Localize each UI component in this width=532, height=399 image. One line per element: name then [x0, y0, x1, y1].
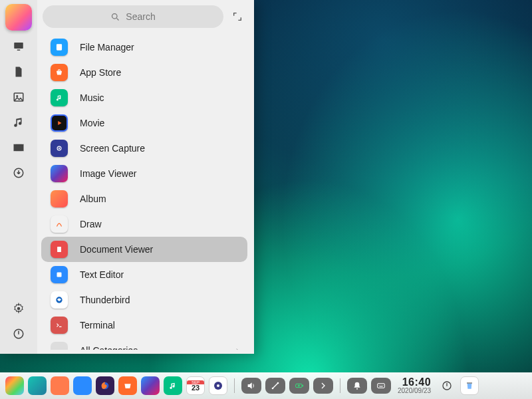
app-label: App Store [80, 67, 121, 78]
app-image-viewer[interactable]: Image Viewer [41, 161, 247, 186]
tray-power[interactable] [438, 376, 456, 395]
search-placeholder: Search [126, 11, 155, 22]
dock-window-manager[interactable] [51, 376, 69, 395]
dock-app-store[interactable] [118, 376, 137, 395]
clock-date: 2020/09/23 [398, 388, 431, 394]
tray-keyboard[interactable] [371, 378, 391, 394]
bag-icon [122, 380, 133, 391]
svg-rect-1 [17, 50, 21, 51]
launcher-window: Search File Manager App Store Music Movi… [0, 0, 254, 354]
keyboard-icon [376, 380, 386, 391]
monitor-icon [13, 41, 25, 53]
app-all-categories[interactable]: All Categories [41, 338, 247, 350]
app-document-viewer[interactable]: Document Viewer [41, 237, 247, 262]
dock-calendar[interactable]: SEP 23 [186, 376, 205, 395]
clock-time: 16:40 [402, 377, 431, 388]
settings-button[interactable] [9, 299, 28, 318]
category-documents[interactable] [9, 63, 28, 81]
svg-rect-6 [23, 144, 24, 152]
image-viewer-icon [51, 165, 68, 182]
tray-battery[interactable] [289, 378, 309, 394]
bell-icon [352, 380, 362, 391]
download-icon [13, 167, 25, 179]
dock-multitask[interactable] [28, 376, 47, 395]
svg-point-14 [59, 148, 60, 149]
svg-rect-4 [15, 144, 23, 152]
terminal-icon [51, 317, 68, 334]
app-thunderbird[interactable]: Thunderbird [41, 287, 247, 313]
calendar-day: 23 [192, 384, 200, 392]
tray-network[interactable] [265, 378, 285, 394]
app-screen-capture[interactable]: Screen Capture [41, 136, 247, 161]
app-label: File Manager [80, 42, 134, 53]
power-button[interactable] [9, 325, 28, 343]
category-video[interactable] [9, 138, 28, 157]
tray-notifications[interactable] [347, 378, 367, 394]
app-label: Text Editor [80, 269, 124, 280]
app-label: Document Viewer [80, 244, 153, 255]
chevron-right-icon [318, 380, 329, 391]
svg-rect-27 [303, 385, 303, 387]
app-music[interactable]: Music [41, 85, 247, 110]
document-icon [13, 66, 25, 78]
app-label: All Categories [80, 345, 138, 350]
expand-icon [232, 11, 243, 22]
movie-icon [51, 114, 68, 132]
dock: SEP 23 16:40 2020/09/23 [0, 372, 532, 399]
app-album[interactable]: Album [41, 186, 247, 211]
dock-launcher[interactable] [5, 376, 24, 395]
app-label: Movie [80, 118, 104, 128]
dock-music[interactable] [164, 376, 182, 395]
svg-point-25 [277, 382, 279, 384]
dock-system-settings[interactable] [209, 376, 227, 395]
svg-marker-12 [58, 121, 61, 125]
svg-rect-29 [378, 384, 385, 388]
power-icon [442, 380, 452, 391]
svg-rect-11 [57, 44, 62, 50]
category-pictures[interactable] [9, 88, 28, 106]
app-draw[interactable]: Draw [41, 211, 247, 237]
app-terminal[interactable]: Terminal [41, 313, 247, 338]
tray-trash[interactable] [460, 376, 479, 395]
dock-firefox[interactable] [96, 376, 114, 395]
app-file-manager[interactable]: File Manager [41, 35, 247, 60]
tray-clock[interactable]: 16:40 2020/09/23 [398, 377, 431, 394]
app-text-editor[interactable]: Text Editor [41, 262, 247, 287]
app-label: Music [80, 92, 104, 103]
svg-rect-0 [14, 43, 23, 49]
svg-rect-16 [57, 273, 62, 277]
document-viewer-icon [51, 241, 68, 258]
dock-separator [340, 378, 340, 393]
svg-point-28 [356, 388, 358, 390]
firefox-icon [100, 380, 110, 391]
search-icon [110, 12, 120, 22]
film-icon [13, 142, 25, 154]
battery-charging-icon [294, 380, 305, 391]
wired-network-icon [270, 380, 281, 391]
fullscreen-button[interactable] [229, 8, 246, 25]
category-downloads[interactable] [9, 164, 28, 182]
app-label: Screen Capture [80, 143, 145, 154]
picture-icon [13, 91, 25, 103]
category-computer[interactable] [9, 37, 28, 56]
app-movie[interactable]: Movie [41, 110, 247, 136]
power-icon [13, 328, 25, 340]
tray-volume[interactable] [241, 378, 261, 394]
music-note-icon [168, 380, 178, 391]
app-label: Draw [80, 219, 102, 229]
tray-overflow[interactable] [313, 378, 333, 394]
dock-image-viewer[interactable] [141, 376, 160, 395]
user-avatar-tile[interactable] [5, 4, 32, 31]
album-icon [51, 190, 68, 207]
dock-apps-grid[interactable] [73, 376, 92, 395]
app-store-icon [51, 64, 68, 81]
chevron-right-icon [234, 345, 241, 350]
gear-icon [13, 303, 25, 315]
category-music[interactable] [9, 113, 28, 132]
draw-icon [51, 215, 68, 233]
launcher-sidebar [0, 0, 37, 354]
app-app-store[interactable]: App Store [41, 60, 247, 85]
search-input[interactable]: Search [43, 5, 223, 28]
all-categories-icon [51, 342, 68, 350]
svg-rect-31 [467, 382, 472, 383]
